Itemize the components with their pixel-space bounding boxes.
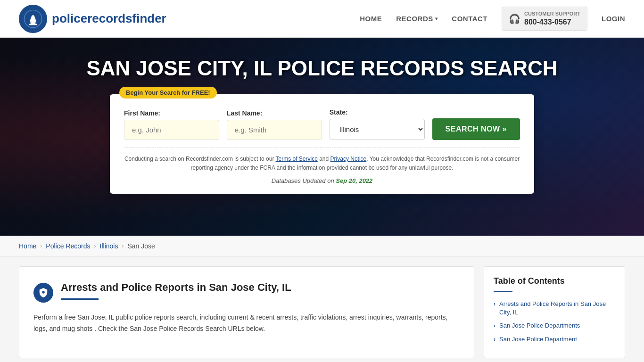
breadcrumb-sep-3: › bbox=[122, 243, 124, 249]
article-title: Arrests and Police Reports in San Jose C… bbox=[61, 281, 291, 295]
toc-chevron-icon: › bbox=[494, 322, 495, 329]
last-name-field-group: Last Name: bbox=[227, 109, 322, 140]
svg-rect-7 bbox=[30, 21, 30, 24]
customer-support-block[interactable]: 🎧 CUSTOMER SUPPORT 800-433-0567 bbox=[502, 7, 587, 30]
login-button[interactable]: LOGIN bbox=[602, 15, 625, 23]
nav-home[interactable]: HOME bbox=[360, 15, 382, 23]
nav-contact[interactable]: CONTACT bbox=[452, 15, 487, 23]
title-underline bbox=[61, 298, 99, 300]
free-badge: Begin Your Search for FREE! bbox=[119, 87, 217, 99]
nav-records[interactable]: RECORDS ▾ bbox=[396, 15, 438, 23]
logo-text: policerecordsfinder bbox=[52, 11, 166, 26]
table-of-contents: Table of Contents ›Arrests and Police Re… bbox=[484, 266, 625, 358]
privacy-link[interactable]: Privacy Notice bbox=[330, 156, 367, 162]
logo-area[interactable]: policerecordsfinder bbox=[19, 5, 166, 33]
toc-chevron-icon: › bbox=[494, 336, 495, 343]
toc-items: ›Arrests and Police Reports in San Jose … bbox=[494, 300, 615, 344]
last-name-input[interactable] bbox=[227, 120, 322, 140]
terms-link[interactable]: Terms of Service bbox=[276, 156, 318, 162]
toc-link[interactable]: Arrests and Police Reports in San Jose C… bbox=[499, 300, 615, 317]
first-name-input[interactable] bbox=[124, 120, 219, 140]
svg-rect-12 bbox=[43, 291, 44, 292]
hero-section: SAN JOSE CITY, IL POLICE RECORDS SEARCH … bbox=[0, 38, 644, 236]
headset-icon: 🎧 bbox=[509, 13, 520, 25]
toc-item: ›San Jose Police Department bbox=[494, 335, 615, 344]
site-header: policerecordsfinder HOME RECORDS ▾ CONTA… bbox=[0, 0, 644, 38]
main-nav: HOME RECORDS ▾ CONTACT 🎧 CUSTOMER SUPPOR… bbox=[360, 7, 625, 30]
toc-item: ›San Jose Police Departments bbox=[494, 321, 615, 330]
toc-chevron-icon: › bbox=[494, 301, 495, 307]
search-card: Begin Your Search for FREE! First Name: … bbox=[110, 94, 534, 194]
toc-item: ›Arrests and Police Reports in San Jose … bbox=[494, 300, 615, 317]
toc-underline bbox=[494, 291, 512, 292]
svg-rect-6 bbox=[32, 16, 34, 16]
first-name-label: First Name: bbox=[124, 109, 219, 117]
records-chevron-icon: ▾ bbox=[435, 16, 438, 21]
badge-icon bbox=[33, 283, 53, 303]
article-heading: Arrests and Police Reports in San Jose C… bbox=[33, 281, 460, 303]
breadcrumb-illinois[interactable]: Illinois bbox=[100, 242, 118, 250]
svg-rect-8 bbox=[32, 21, 32, 24]
support-label: CUSTOMER SUPPORT bbox=[524, 11, 580, 17]
main-content: Arrests and Police Reports in San Jose C… bbox=[0, 257, 644, 362]
article-body: Perform a free San Jose, IL public polic… bbox=[33, 312, 460, 335]
breadcrumb-sep-1: › bbox=[40, 243, 42, 249]
breadcrumb-police-records[interactable]: Police Records bbox=[46, 242, 90, 250]
svg-rect-9 bbox=[34, 21, 34, 24]
db-update: Databases Updated on Sep 20, 2022 bbox=[124, 177, 520, 184]
breadcrumb-san-jose: San Jose bbox=[127, 242, 155, 250]
last-name-label: Last Name: bbox=[227, 109, 322, 117]
toc-link[interactable]: San Jose Police Departments bbox=[499, 321, 580, 330]
disclaimer-text: Conducting a search on Recordsfinder.com… bbox=[124, 148, 520, 173]
search-row: First Name: Last Name: State: AlabamaAla… bbox=[124, 108, 520, 140]
breadcrumb-home[interactable]: Home bbox=[19, 242, 36, 250]
article-title-block: Arrests and Police Reports in San Jose C… bbox=[61, 281, 291, 300]
support-number: 800-433-0567 bbox=[524, 17, 580, 26]
svg-rect-5 bbox=[33, 15, 34, 19]
state-field-group: State: AlabamaAlaskaArizonaArkansasCalif… bbox=[330, 108, 425, 140]
first-name-field-group: First Name: bbox=[124, 109, 219, 140]
breadcrumb-sep-2: › bbox=[94, 243, 96, 249]
hero-title: SAN JOSE CITY, IL POLICE RECORDS SEARCH bbox=[86, 57, 557, 80]
svg-rect-2 bbox=[29, 24, 37, 25]
content-left: Arrests and Police Reports in San Jose C… bbox=[19, 266, 474, 358]
logo-icon bbox=[19, 5, 47, 33]
toc-link[interactable]: San Jose Police Department bbox=[499, 335, 577, 344]
state-select[interactable]: AlabamaAlaskaArizonaArkansasCaliforniaCo… bbox=[330, 119, 425, 140]
svg-rect-10 bbox=[35, 21, 36, 24]
breadcrumb: Home › Police Records › Illinois › San J… bbox=[0, 236, 644, 257]
toc-title: Table of Contents bbox=[494, 276, 615, 286]
search-now-button[interactable]: SEARCH NOW » bbox=[432, 118, 520, 140]
state-label: State: bbox=[330, 108, 425, 116]
